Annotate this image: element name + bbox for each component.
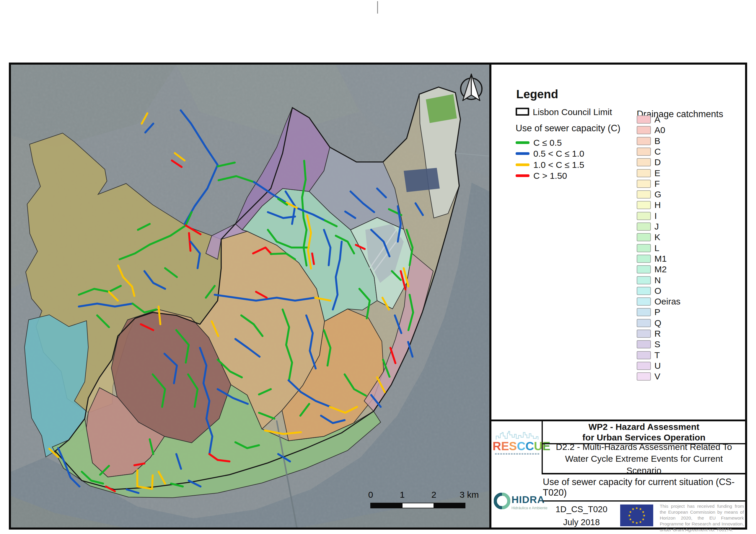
map-canvas: 0123 km [11, 64, 491, 527]
catchment-swatch [637, 297, 651, 306]
catchment-swatch [637, 244, 651, 252]
eu-flag-star: ★ [642, 510, 645, 514]
catchment-label: H [654, 200, 661, 210]
resccue-wordmark: RESCCUE [493, 440, 542, 452]
resccue-logo: RESCCUE [493, 430, 542, 455]
catchment-swatch [637, 276, 651, 284]
sewer-class-label: 1.0 < C ≤ 1.5 [533, 160, 584, 170]
sewer-class-label: C > 1.50 [533, 171, 567, 181]
funding-text: This project has received funding from t… [660, 503, 744, 533]
catchment-label: O [654, 286, 661, 296]
hidra-icon [494, 493, 510, 509]
sewer-class-label: C ≤ 0.5 [533, 138, 562, 148]
hidra-name: HIDRA [511, 494, 548, 505]
eu-flag-star: ★ [635, 521, 638, 524]
wp-title-line1: WP2 - Hazard Assessment [588, 421, 700, 432]
catchment-swatch [637, 287, 651, 295]
scale-bar-label: 2 [431, 490, 437, 499]
hidra-tagline: Hidráulica e Ambiente [511, 506, 548, 510]
scale-bar-label: 0 [368, 490, 373, 499]
catchment-label: B [654, 136, 660, 146]
catchment-swatch [637, 330, 651, 338]
lisbon-map: 0123 km [11, 64, 489, 527]
sewer-class-swatch [516, 174, 529, 177]
sewer-capacity-section-title: Use of sewer capacity (C) [516, 123, 620, 134]
eu-flag-star: ★ [632, 520, 634, 524]
catchment-swatch [637, 308, 651, 316]
catchment-label: F [654, 179, 660, 189]
catchment-label: Q [654, 318, 661, 328]
map-code: 1D_CS_T020 [543, 504, 620, 514]
catchment-swatch [637, 222, 651, 231]
catchment-swatch [637, 126, 651, 134]
resccue-letter: C [526, 440, 534, 453]
catchment-label: J [654, 221, 659, 232]
sewer-class-label: 0.5 < C ≤ 1.0 [533, 149, 584, 159]
resccue-letter: R [493, 440, 501, 453]
eu-flag-star: ★ [628, 514, 631, 517]
catchment-swatch [637, 319, 651, 327]
catchment-swatch [637, 115, 651, 124]
map-sheet: 0123 km Legend Lisbon Council Limit Use … [0, 0, 756, 534]
catchment-label: G [654, 190, 661, 199]
catchment-label: L [654, 243, 660, 253]
catchment-swatch [637, 351, 651, 359]
hidra-logo-cell: HIDRA Hidráulica e Ambiente [491, 474, 543, 527]
legend-panel: Legend Lisbon Council Limit Use of sewer… [491, 64, 745, 527]
catchment-swatch [637, 362, 651, 370]
catchment-label: V [654, 371, 660, 381]
catchment-label: K [654, 232, 660, 242]
scale-bar-label: 3 km [460, 490, 479, 499]
map-title: Use of sewer capacity for current situat… [543, 477, 745, 498]
resccue-letter: C [517, 440, 526, 453]
catchment-label: A [654, 114, 660, 124]
council-limit-label: Lisbon Council Limit [533, 107, 612, 117]
eu-flag-star: ★ [643, 514, 646, 517]
catchment-swatch [637, 180, 651, 188]
catchment-label: Oeiras [654, 296, 680, 307]
catchment-label: M1 [654, 254, 667, 264]
catchment-swatch [637, 212, 651, 220]
catchment-swatch [637, 190, 651, 198]
catchment-label: R [654, 329, 661, 339]
eu-flag-star: ★ [639, 520, 642, 524]
catchment-swatch [637, 255, 651, 263]
catchment-swatch [637, 340, 651, 348]
sewer-class-swatch [516, 141, 529, 144]
cursor-artifact [377, 1, 378, 13]
legend-title: Legend [516, 88, 558, 101]
eu-flag-star: ★ [642, 518, 645, 521]
eu-flag-star: ★ [632, 507, 634, 511]
resccue-letter: E [501, 440, 509, 453]
catchment-label: S [654, 339, 660, 349]
catchment-swatch [637, 158, 651, 166]
catchment-label: D [654, 157, 661, 167]
resccue-tagline-strip [495, 453, 539, 455]
catchment-label: A0 [654, 125, 665, 135]
sewer-class-swatch [516, 164, 529, 166]
catchment-swatch [637, 201, 651, 209]
catchment-swatch [637, 372, 651, 381]
catchment-label: P [654, 307, 660, 317]
catchment-swatch [637, 147, 651, 156]
layout-frame: 0123 km Legend Lisbon Council Limit Use … [9, 63, 747, 530]
scale-bar-label: 1 [400, 490, 405, 499]
code-date-box: 1D_CS_T020 July 2018 [543, 501, 620, 527]
olivais-dock [404, 168, 440, 192]
eu-flag-icon: ★★★★★★★★★★★★ [620, 504, 653, 526]
code-date-funding-cell: 1D_CS_T020 July 2018 ★★★★★★★★★★★★ This p… [543, 501, 745, 527]
hidra-text: HIDRA Hidráulica e Ambiente [511, 494, 548, 510]
resccue-letter: U [534, 440, 543, 453]
catchment-label: T [654, 350, 660, 360]
deliverable-title: D2.2 - Multi-Hazards Assessment Related … [550, 441, 739, 476]
catchment-swatch [637, 169, 651, 177]
catchment-label: U [654, 361, 661, 371]
map-date: July 2018 [543, 518, 620, 527]
sewer-class-swatch [516, 152, 529, 155]
deliverable-cell: D2.2 - Multi-Hazards Assessment Related … [543, 444, 745, 474]
catchment-label: I [654, 211, 657, 221]
resccue-letter: S [509, 440, 517, 453]
resccue-logo-cell: RESCCUE [491, 421, 543, 474]
catchment-label: N [654, 275, 661, 285]
title-block: RESCCUE HIDRA Hidráulica e Ambient [491, 420, 745, 527]
